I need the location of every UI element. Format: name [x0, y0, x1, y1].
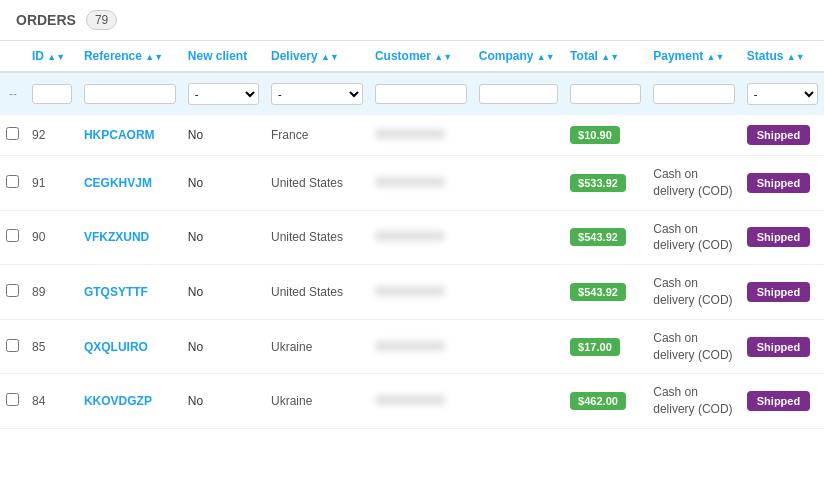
orders-title: ORDERS — [16, 12, 76, 28]
order-status: Shipped — [741, 210, 824, 265]
order-reference[interactable]: HKPCAORM — [78, 115, 182, 156]
filter-company-cell — [473, 72, 564, 115]
sort-icon-id: ▲▼ — [47, 52, 65, 62]
table-row: 92 HKPCAORM No France $10.90 Shipped — [0, 115, 824, 156]
customer-blurred — [375, 129, 445, 139]
row-checkbox-cell — [0, 156, 26, 211]
sort-icon-company: ▲▼ — [537, 52, 555, 62]
filter-total-input[interactable] — [570, 84, 641, 104]
row-checkbox[interactable] — [6, 393, 19, 406]
total-badge: $17.00 — [570, 338, 620, 356]
row-checkbox[interactable] — [6, 284, 19, 297]
table-row: 85 QXQLUIRO No Ukraine $17.00 Cash on de… — [0, 319, 824, 374]
order-delivery: United States — [265, 265, 369, 320]
col-header-new-client: New client — [182, 41, 265, 72]
order-customer — [369, 319, 473, 374]
filter-customer-input[interactable] — [375, 84, 467, 104]
status-badge: Shipped — [747, 337, 810, 357]
order-status: Shipped — [741, 265, 824, 320]
status-badge: Shipped — [747, 282, 810, 302]
filter-newclient-cell: - Yes No — [182, 72, 265, 115]
order-payment: Cash on delivery (COD) — [647, 374, 741, 429]
row-checkbox[interactable] — [6, 229, 19, 242]
sort-icon-customer: ▲▼ — [434, 52, 452, 62]
order-status: Shipped — [741, 374, 824, 429]
orders-table: ID ▲▼ Reference ▲▼ New client Delivery ▲… — [0, 41, 824, 429]
order-reference[interactable]: CEGKHVJM — [78, 156, 182, 211]
filter-ref-input[interactable] — [84, 84, 176, 104]
row-checkbox-cell — [0, 374, 26, 429]
filter-id-cell — [26, 72, 78, 115]
order-customer — [369, 265, 473, 320]
col-header-payment[interactable]: Payment ▲▼ — [647, 41, 741, 72]
total-badge: $10.90 — [570, 126, 620, 144]
sort-icon-ref: ▲▼ — [145, 52, 163, 62]
customer-blurred — [375, 341, 445, 351]
order-delivery: France — [265, 115, 369, 156]
order-customer — [369, 156, 473, 211]
col-header-delivery[interactable]: Delivery ▲▼ — [265, 41, 369, 72]
row-checkbox[interactable] — [6, 127, 19, 140]
order-reference[interactable]: KKOVDGZP — [78, 374, 182, 429]
order-payment: Cash on delivery (COD) — [647, 319, 741, 374]
order-new-client: No — [182, 115, 265, 156]
order-status: Shipped — [741, 115, 824, 156]
page-container: ORDERS 79 ID ▲▼ Reference ▲▼ New client … — [0, 0, 824, 501]
col-header-company[interactable]: Company ▲▼ — [473, 41, 564, 72]
total-badge: $543.92 — [570, 228, 626, 246]
order-id: 91 — [26, 156, 78, 211]
order-delivery: Ukraine — [265, 374, 369, 429]
order-id: 89 — [26, 265, 78, 320]
orders-count: 79 — [86, 10, 117, 30]
row-checkbox[interactable] — [6, 175, 19, 188]
filter-id-input[interactable] — [32, 84, 72, 104]
order-new-client: No — [182, 210, 265, 265]
order-company — [473, 319, 564, 374]
order-delivery: United States — [265, 210, 369, 265]
filter-dash: -- — [9, 87, 17, 101]
table-row: 84 KKOVDGZP No Ukraine $462.00 Cash on d… — [0, 374, 824, 429]
filter-status-select[interactable]: - Shipped — [747, 83, 818, 105]
col-header-id[interactable]: ID ▲▼ — [26, 41, 78, 72]
customer-blurred — [375, 231, 445, 241]
order-company — [473, 156, 564, 211]
filter-delivery-cell: - — [265, 72, 369, 115]
order-new-client: No — [182, 319, 265, 374]
customer-blurred — [375, 286, 445, 296]
col-header-customer[interactable]: Customer ▲▼ — [369, 41, 473, 72]
col-header-total[interactable]: Total ▲▼ — [564, 41, 647, 72]
filter-newclient-select[interactable]: - Yes No — [188, 83, 259, 105]
filter-row: -- - Yes No - — [0, 72, 824, 115]
filter-company-input[interactable] — [479, 84, 558, 104]
order-reference[interactable]: GTQSYTTF — [78, 265, 182, 320]
order-reference[interactable]: QXQLUIRO — [78, 319, 182, 374]
order-delivery: United States — [265, 156, 369, 211]
status-badge: Shipped — [747, 173, 810, 193]
order-reference[interactable]: VFKZXUND — [78, 210, 182, 265]
order-status: Shipped — [741, 156, 824, 211]
order-payment: Cash on delivery (COD) — [647, 156, 741, 211]
row-checkbox-cell — [0, 265, 26, 320]
filter-checkbox-cell: -- — [0, 72, 26, 115]
row-checkbox-cell — [0, 115, 26, 156]
order-company — [473, 210, 564, 265]
filter-delivery-select[interactable]: - — [271, 83, 363, 105]
col-header-status[interactable]: Status ▲▼ — [741, 41, 824, 72]
table-header-row: ID ▲▼ Reference ▲▼ New client Delivery ▲… — [0, 41, 824, 72]
order-id: 84 — [26, 374, 78, 429]
row-checkbox-cell — [0, 319, 26, 374]
order-status: Shipped — [741, 319, 824, 374]
order-total: $533.92 — [564, 156, 647, 211]
status-badge: Shipped — [747, 125, 810, 145]
row-checkbox[interactable] — [6, 339, 19, 352]
table-row: 90 VFKZXUND No United States $543.92 Cas… — [0, 210, 824, 265]
select-all-header — [0, 41, 26, 72]
order-company — [473, 265, 564, 320]
col-header-reference[interactable]: Reference ▲▼ — [78, 41, 182, 72]
sort-icon-status: ▲▼ — [787, 52, 805, 62]
order-total: $17.00 — [564, 319, 647, 374]
filter-payment-input[interactable] — [653, 84, 735, 104]
order-id: 90 — [26, 210, 78, 265]
filter-status-cell: - Shipped — [741, 72, 824, 115]
status-badge: Shipped — [747, 391, 810, 411]
